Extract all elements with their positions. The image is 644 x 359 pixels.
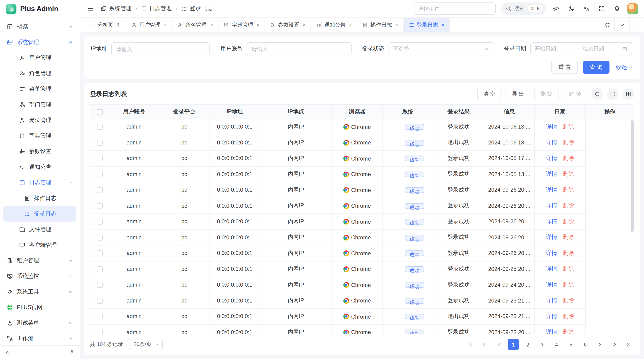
sidebar-item-system-tools[interactable]: 系统工具 (3, 284, 76, 300)
close-icon[interactable]: × (303, 22, 306, 27)
close-icon[interactable]: × (210, 22, 213, 27)
refresh-tab-button[interactable] (600, 18, 614, 32)
sidebar-item-system-monitor[interactable]: 系统监控 (3, 269, 76, 284)
tenant-select-input[interactable] (414, 2, 496, 15)
detail-link[interactable]: 详情 (546, 281, 557, 288)
sidebar-item-notice[interactable]: 通知公告 (3, 159, 76, 175)
detail-link[interactable]: 详情 (546, 297, 557, 303)
row-checkbox[interactable] (97, 203, 102, 209)
close-icon[interactable]: × (164, 22, 167, 27)
page-6-button[interactable]: 6 (580, 339, 591, 350)
sidebar-item-test-menu[interactable]: 测试菜单 (3, 315, 76, 331)
row-checkbox[interactable] (97, 298, 102, 304)
table-scrollbar[interactable] (631, 120, 634, 232)
fullscreen-button[interactable] (597, 4, 606, 13)
column-settings-button[interactable] (623, 88, 634, 100)
delete-link[interactable]: 删除 (563, 171, 574, 177)
detail-link[interactable]: 详情 (546, 155, 557, 161)
row-checkbox[interactable] (97, 330, 102, 334)
hamburger-icon[interactable] (86, 4, 96, 13)
sidebar-item-login-log[interactable]: 登录日志 (3, 206, 76, 222)
export-button[interactable]: 导 出 (506, 88, 530, 100)
breadcrumb-item-login-log[interactable]: 登录日志 (181, 5, 212, 12)
breadcrumb-item-system-mgmt[interactable]: 系统管理 (101, 5, 132, 12)
delete-link[interactable]: 删除 (563, 187, 574, 193)
page-3-button[interactable]: 3 (536, 339, 548, 350)
sidebar-item-role-mgmt[interactable]: 角色管理 (3, 66, 76, 81)
row-checkbox[interactable] (97, 282, 102, 288)
page-1-button[interactable]: 1 (508, 339, 519, 350)
sidebar-item-log-mgmt[interactable]: 日志管理 (3, 175, 76, 190)
row-checkbox[interactable] (97, 251, 102, 256)
tab-dict-mgmt[interactable]: 字典管理× (218, 18, 265, 32)
delete-link[interactable]: 删除 (563, 329, 574, 334)
delete-link[interactable]: 删除 (563, 297, 574, 303)
detail-link[interactable]: 详情 (546, 139, 557, 145)
jump-back-button[interactable] (479, 339, 490, 350)
delete-link[interactable]: 删除 (563, 250, 574, 256)
sidebar-item-plus-site[interactable]: PLUS官网 (3, 300, 76, 315)
account-input[interactable] (247, 42, 351, 55)
detail-link[interactable]: 详情 (546, 218, 557, 224)
sidebar-item-dict-mgmt[interactable]: 字典管理 (3, 128, 76, 144)
tab-notice[interactable]: 通知公告× (311, 18, 358, 32)
delete-link[interactable]: 删除 (563, 155, 574, 161)
page-5-button[interactable]: 5 (565, 339, 576, 350)
detail-link[interactable]: 详情 (546, 202, 557, 208)
select-all-checkbox[interactable] (97, 109, 102, 115)
tab-analysis[interactable]: 分析页 (84, 18, 126, 32)
detail-link[interactable]: 详情 (546, 234, 557, 240)
reset-button[interactable]: 重 置 (551, 61, 578, 74)
tab-op-log[interactable]: 操作日志× (357, 18, 404, 32)
sidebar-item-menu-mgmt[interactable]: 菜单管理 (3, 81, 76, 97)
row-checkbox[interactable] (97, 187, 102, 193)
collapse-filter-link[interactable]: 收起 (616, 64, 633, 71)
status-select[interactable]: 请选择 (388, 42, 493, 55)
row-checkbox[interactable] (97, 124, 102, 130)
date-range-picker[interactable]: 开始日期 结束日期 (530, 42, 632, 55)
unlock-button[interactable]: 解 锁 (563, 88, 587, 100)
dark-mode-button[interactable] (566, 4, 576, 13)
detail-link[interactable]: 详情 (546, 123, 557, 129)
detail-link[interactable]: 详情 (546, 266, 557, 272)
row-checkbox[interactable] (97, 314, 102, 320)
delete-link[interactable]: 删除 (563, 202, 574, 208)
breadcrumb-item-log-mgmt[interactable]: 日志管理 (141, 5, 172, 12)
tab-user-mgmt[interactable]: 用户管理× (126, 18, 172, 32)
delete-link[interactable]: 删除 (563, 123, 574, 129)
detail-link[interactable]: 详情 (546, 313, 557, 319)
delete-link[interactable]: 删除 (563, 266, 574, 272)
delete-link[interactable]: 删除 (563, 234, 574, 240)
tab-menu-button[interactable] (614, 18, 629, 32)
row-checkbox[interactable] (97, 156, 102, 161)
page-size-select[interactable]: 20条/页 (129, 339, 162, 350)
global-search[interactable]: 搜索 ⌘ K (501, 2, 546, 15)
content-expand-button[interactable] (629, 18, 644, 32)
fullscreen-table-button[interactable] (607, 88, 618, 100)
sidebar-item-overview[interactable]: 概览 (3, 19, 76, 34)
last-page-button[interactable] (623, 339, 634, 350)
close-icon[interactable]: × (395, 22, 398, 27)
ip-input[interactable] (111, 42, 210, 55)
app-logo[interactable]: Plus Admin (0, 0, 80, 18)
sidebar-item-system-mgmt[interactable]: 系统管理 (3, 34, 76, 50)
notifications-button[interactable] (612, 4, 622, 13)
first-page-button[interactable] (464, 339, 476, 350)
delete-button[interactable]: 删 除 (534, 88, 559, 100)
row-checkbox[interactable] (97, 266, 102, 272)
row-checkbox[interactable] (97, 219, 102, 225)
settings-button[interactable] (551, 4, 561, 13)
close-icon[interactable]: × (256, 22, 260, 27)
tab-param-settings[interactable]: 参数设置× (265, 18, 311, 32)
detail-link[interactable]: 详情 (546, 329, 557, 334)
refresh-table-button[interactable] (592, 88, 603, 100)
delete-link[interactable]: 删除 (563, 218, 574, 224)
detail-link[interactable]: 详情 (546, 250, 557, 256)
tab-role-mgmt[interactable]: 角色管理× (172, 18, 218, 32)
row-checkbox[interactable] (97, 172, 102, 177)
sidebar-item-op-log[interactable]: 操作日志 (3, 190, 76, 206)
collapse-sidebar-icon[interactable] (5, 350, 11, 355)
close-icon[interactable]: × (441, 22, 444, 27)
delete-link[interactable]: 删除 (563, 313, 574, 319)
close-icon[interactable]: × (349, 22, 352, 27)
